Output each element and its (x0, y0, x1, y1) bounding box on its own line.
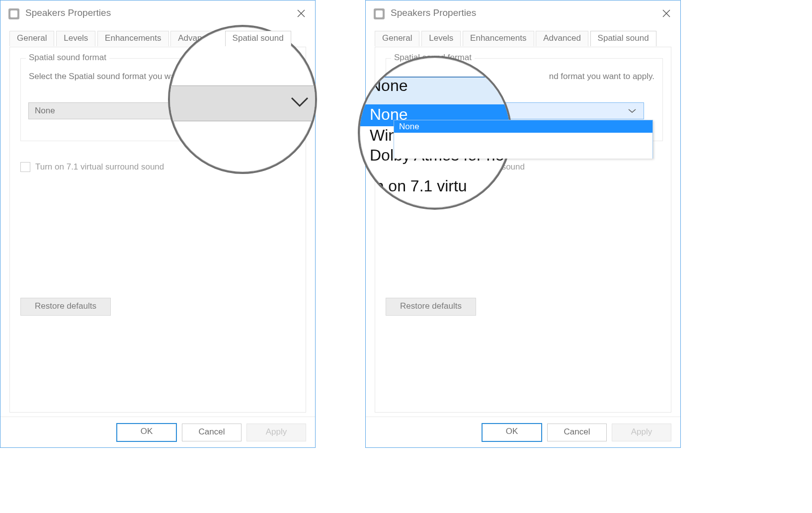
restore-defaults-button[interactable]: Restore defaults (20, 298, 111, 316)
titlebar: Speakers Properties (0, 0, 315, 27)
checkbox-virtual-surround[interactable]: Turn on 7.1 virtual surround sound (20, 162, 164, 172)
titlebar: Speakers Properties (366, 0, 680, 27)
apply-button[interactable]: Apply (612, 424, 671, 441)
window-title: Speakers Properties (391, 7, 476, 18)
apply-button[interactable]: Apply (246, 424, 306, 441)
app-icon (374, 8, 385, 19)
magnifier-lens-left (168, 25, 317, 174)
window-title: Speakers Properties (25, 7, 111, 18)
dialog-footer: OK Cancel Apply (0, 417, 315, 447)
tab-enhancements[interactable]: Enhancements (97, 31, 168, 46)
tab-levels[interactable]: Levels (56, 31, 95, 46)
tab-general[interactable]: General (9, 31, 54, 46)
restore-defaults-button[interactable]: Restore defaults (386, 298, 476, 316)
dialog-footer: OK Cancel Apply (366, 417, 680, 447)
tab-general[interactable]: General (375, 31, 419, 46)
close-icon (297, 9, 306, 18)
checkbox-box (20, 162, 30, 172)
group-desc: nd format you want to apply. (549, 72, 654, 82)
chevron-down-icon (290, 95, 310, 112)
app-icon (8, 8, 19, 19)
cancel-button[interactable]: Cancel (547, 424, 607, 441)
checkbox-label: Turn on 7.1 virtual surround sound (35, 162, 164, 172)
tab-spatial-sound[interactable]: Spatial sound (225, 31, 291, 46)
magnified-combobox (168, 86, 317, 121)
group-desc: Select the Spatial sound format you wan (29, 72, 180, 82)
tab-levels[interactable]: Levels (421, 31, 461, 46)
combobox-value: None (35, 106, 55, 116)
tabs: General Levels Enhancements Advanced Spa… (9, 30, 291, 46)
spatial-format-dropdown[interactable]: None hones Windows Sonic for Headphones … (394, 120, 653, 159)
close-icon (662, 9, 671, 18)
group-legend: Spatial sound format (26, 53, 109, 63)
close-button[interactable] (291, 3, 311, 23)
cancel-button[interactable]: Cancel (182, 424, 242, 441)
tab-enhancements[interactable]: Enhancements (463, 31, 534, 46)
tabs: General Levels Enhancements Advanced Spa… (375, 30, 656, 46)
close-button[interactable] (656, 3, 676, 23)
chevron-down-icon (627, 107, 638, 117)
dropdown-option-none[interactable]: None (394, 120, 652, 133)
tab-advanced[interactable]: Advanced (536, 31, 588, 46)
ok-button[interactable]: OK (482, 423, 542, 442)
ok-button[interactable]: OK (116, 423, 177, 442)
tab-spatial-sound[interactable]: Spatial sound (590, 31, 656, 46)
